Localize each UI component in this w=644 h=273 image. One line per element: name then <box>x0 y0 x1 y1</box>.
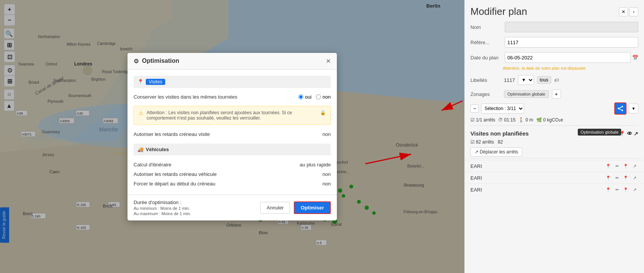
refere-label: Référe... <box>470 40 501 45</box>
optimiser-button[interactable]: Optimiser <box>294 201 331 214</box>
autoriser-vehicule-row: Autoriser les retards créneau véhicule n… <box>134 169 331 179</box>
vnp-icons: 📍 👁 ↗ <box>619 131 638 137</box>
calcul-value: au plus rapide <box>300 162 331 168</box>
forcer-depart-row: Forcer le départ au début du créneau non <box>134 179 331 188</box>
side-panel-header: Modifier plan ✕ › <box>465 0 644 19</box>
eari-icon-arrow-1[interactable]: ↗ <box>631 162 638 170</box>
refere-field-row: Référe... <box>465 35 644 50</box>
modal-close-button[interactable]: ✕ <box>326 57 331 65</box>
pin-icon: 📍 <box>137 79 143 85</box>
oui-radio[interactable] <box>298 94 303 99</box>
calcul-row: Calcul d'itinéraire au plus rapide <box>134 160 331 169</box>
deplacer-arrets-button[interactable]: ↗ Déplacer les arrêts <box>470 147 522 156</box>
selection-dropdown[interactable]: Sélection : 3/11 <box>481 104 524 113</box>
warning-box: ⚠ Attention : Les visites non planifiées… <box>134 106 331 125</box>
vnp-icon-2[interactable]: 👁 <box>627 131 632 137</box>
truck-icon: 🚚 <box>137 147 143 152</box>
side-panel-header-buttons: ✕ › <box>619 7 638 16</box>
annuler-button[interactable]: Annuler <box>260 202 290 214</box>
non-radio[interactable] <box>316 94 321 99</box>
selection-row: − Sélection : 3/11 ▼ <box>465 101 644 116</box>
modal-header: ⚙ Optimisation ✕ <box>128 53 337 70</box>
modal-body: 📍 Visites Conserver les visites dans les… <box>128 70 337 195</box>
forcer-depart-label: Forcer le départ au début du créneau <box>134 181 322 187</box>
zonages-row: Zonages Optimisation globale + <box>465 87 644 101</box>
eari-icon-edit-1[interactable]: ✏ <box>613 162 621 170</box>
autoriser-retards-label: Autoriser les retards créneau visite <box>134 131 322 137</box>
side-panel-close-button[interactable]: ✕ <box>619 7 628 16</box>
co2-stat: 🌿 0 kgCO₂e <box>536 117 563 123</box>
eari-icon-arrow-3[interactable]: ↗ <box>631 186 638 193</box>
eari-label-3: EARI <box>470 187 602 193</box>
side-panel-title: Modifier plan <box>470 6 527 18</box>
vnp-label: Visites non planifiées <box>470 130 529 137</box>
collapse-button[interactable]: − <box>470 104 479 113</box>
eari-icon-pin-2[interactable]: 📍 <box>604 174 612 182</box>
action-dropdown-button[interactable]: ▼ <box>629 104 638 113</box>
eari-label-2: EARI <box>470 175 602 181</box>
conserver-label: Conserver les visites dans les mêmes tou… <box>134 94 295 100</box>
modal-footer: Durée d'optimisation : Au minimum : Moin… <box>128 195 337 220</box>
share-button[interactable] <box>614 102 626 115</box>
vnp-icon-3[interactable]: ↗ <box>634 131 638 137</box>
arrets-82-num: 82 <box>498 139 503 145</box>
side-panel-nav-button[interactable]: › <box>629 7 638 16</box>
autoriser-retards-value: non <box>322 131 331 137</box>
nom-label: Nom <box>470 24 501 30</box>
opt-globale-tooltip: Optimisation globale <box>578 129 621 136</box>
eari-icon-loc-3[interactable]: 📍 <box>622 186 630 193</box>
time-stat: ⏱ 01:15 <box>498 117 515 123</box>
zonages-label: Zonages <box>470 91 501 97</box>
tous-tag[interactable]: tous <box>537 76 551 84</box>
eari-icon-loc-2[interactable]: 📍 <box>622 174 630 182</box>
opt-globale-button[interactable]: Optimisation globale <box>504 90 549 98</box>
vehicules-section: 🚚 Véhicules Calcul d'itinéraire au plus … <box>134 144 331 188</box>
forcer-depart-value: non <box>322 181 331 187</box>
side-panel: Modifier plan ✕ › Nom Référe... Date du … <box>464 0 644 273</box>
eari-icon-pin-1[interactable]: 📍 <box>604 162 612 170</box>
refere-input[interactable] <box>505 37 638 48</box>
max-label: Au maximum : Moins de 1 min. <box>134 211 257 216</box>
duree-label: Durée d'optimisation : <box>134 200 257 205</box>
date-warning: Attention, la date de votre plan est dép… <box>465 65 644 73</box>
non-label: non <box>322 94 331 100</box>
distance-stat: 🚶 0 m <box>518 117 533 123</box>
date-input-wrap: 📅 <box>505 52 638 63</box>
eari-icon-edit-3[interactable]: ✏ <box>613 186 621 193</box>
min-label: Au minimum : Moins de 1 min. <box>134 206 257 211</box>
arrets-row: ☑ 82 arrêts 82 <box>465 138 644 146</box>
eari-row-3: EARI 📍 ✏ 📍 ↗ <box>465 184 644 195</box>
eari-icons-3: 📍 ✏ 📍 ↗ <box>604 186 638 193</box>
eari-icon-loc-1[interactable]: 📍 <box>622 162 630 170</box>
eari-row-1: EARI 📍 ✏ 📍 ↗ <box>465 160 644 172</box>
arrets-82: ☑ 82 arrêts <box>470 139 494 145</box>
date-input[interactable] <box>505 52 631 63</box>
libelles-value: 1117 <box>504 77 515 83</box>
divider-1 <box>470 125 638 126</box>
libelles-row: Libellés 1117 ▼ tous 🏷 <box>465 73 644 87</box>
oui-radio-label[interactable]: oui <box>298 94 311 100</box>
date-label: Date du plan <box>470 55 501 61</box>
stats-row: ☑ 1/1 arrêts ⏱ 01:15 🚶 0 m 🌿 0 kgCO₂e <box>465 116 644 124</box>
eari-icons-2: 📍 ✏ 📍 ↗ <box>604 174 638 182</box>
conserver-radio-group: oui non <box>298 94 331 100</box>
eari-icons-1: 📍 ✏ 📍 ↗ <box>604 162 638 170</box>
footer-duration: Durée d'optimisation : Au minimum : Moin… <box>134 200 257 216</box>
nom-field-row: Nom <box>465 19 644 35</box>
add-zonage-button[interactable]: + <box>552 89 561 99</box>
modal-title: Optimisation <box>142 57 323 64</box>
svg-line-89 <box>618 107 622 109</box>
nom-input[interactable] <box>505 22 638 32</box>
eari-icon-edit-2[interactable]: ✏ <box>613 174 621 182</box>
non-radio-label[interactable]: non <box>316 94 331 100</box>
vehicules-section-header: 🚚 Véhicules <box>134 144 331 155</box>
eari-icon-pin-3[interactable]: 📍 <box>604 186 612 193</box>
tag-icon[interactable]: 🏷 <box>554 77 559 83</box>
calendar-icon[interactable]: 📅 <box>632 55 638 61</box>
libelles-dropdown[interactable]: ▼ <box>518 75 534 85</box>
vehicules-title: Véhicules <box>146 147 169 152</box>
autoriser-vehicule-label: Autoriser les retards créneau véhicule <box>134 171 322 177</box>
oui-label: oui <box>305 94 311 100</box>
eari-icon-arrow-2[interactable]: ↗ <box>631 174 638 182</box>
eari-label-1: EARI <box>470 163 602 169</box>
